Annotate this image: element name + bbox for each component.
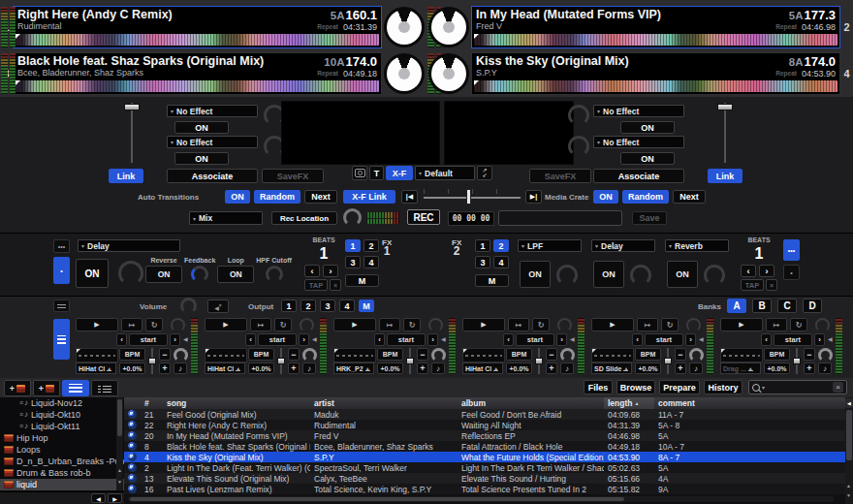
pitch-up-button[interactable]: + [675, 362, 686, 374]
sample-pitch-knob[interactable] [431, 348, 446, 362]
keylock-button[interactable]: ♪ [818, 362, 832, 374]
crate-row[interactable]: ♪ Loops [0, 444, 124, 456]
cue-prev-button[interactable]: ‹ [761, 333, 772, 346]
repeat-label[interactable]: Repeat [317, 23, 338, 30]
track-row[interactable]: 21 Feel Good (Original Mix) Maduk Feel G… [124, 409, 845, 420]
sample-waveform[interactable] [76, 348, 118, 362]
cue-prev-button[interactable]: ‹ [632, 333, 643, 346]
bank-d-button[interactable]: D [803, 299, 822, 313]
sample-mode-button[interactable]: ↦ [121, 318, 142, 331]
pitch-down-button[interactable]: − [159, 348, 171, 361]
caret-down-icon[interactable]: ▾ [762, 384, 765, 391]
link-button[interactable]: Link [708, 169, 742, 183]
cue-prev-button[interactable]: ‹ [374, 333, 385, 346]
cue-prev-button[interactable]: ‹ [116, 333, 127, 346]
sample-pitch-knob[interactable] [560, 348, 575, 362]
track-row[interactable]: 22 Right Here (Andy C Remix) Rudimental … [124, 420, 845, 430]
sample-waveform[interactable] [333, 348, 376, 362]
text-overlay-button[interactable]: T [369, 166, 384, 180]
crate-row[interactable]: ♪ Liquid-Okt11 [0, 421, 124, 432]
view-list-button[interactable] [62, 380, 89, 396]
scroll-up-icon[interactable]: ▲ [846, 483, 851, 488]
crossfade-right-button[interactable]: ▶| [525, 190, 542, 204]
transitions-next-button[interactable]: Next [304, 190, 337, 204]
track-row[interactable]: 2 Light In The Dark (Feat. Terri Walker)… [124, 462, 845, 473]
search-input[interactable] [767, 382, 831, 394]
cue-next-button[interactable]: › [170, 333, 180, 346]
sample-pitch-knob[interactable] [302, 348, 317, 362]
bank-c-button[interactable]: C [777, 299, 797, 313]
record-gain-knob[interactable] [343, 208, 362, 227]
browse-button[interactable]: Browse [616, 380, 655, 394]
column-num[interactable]: # [141, 397, 163, 409]
fx2-master-button[interactable]: M [475, 274, 509, 287]
fx-slot-knob[interactable] [556, 265, 578, 286]
deck-2-panel[interactable]: In My Head (Mutated Forms VIP) Fred V 5A… [471, 6, 840, 48]
deck-waveform[interactable] [474, 34, 837, 46]
sample-play-button[interactable]: ▶ [591, 318, 634, 331]
beats-decrease-button[interactable]: ‹ [304, 265, 320, 277]
jog-wheel[interactable] [428, 7, 469, 47]
deck-waveform[interactable] [16, 80, 379, 92]
deck-waveform[interactable] [16, 34, 379, 46]
deck-1-panel[interactable]: Right Here (Andy C Remix) Rudimental 5A1… [13, 6, 382, 48]
video-effect-on-button[interactable]: ON [174, 152, 229, 165]
sample-mode-button[interactable]: ↦ [508, 318, 529, 331]
eject-icon[interactable]: ▲ [236, 366, 240, 371]
sample-play-button[interactable]: ▶ [462, 318, 505, 331]
video-effect-select[interactable]: ▾No Effect [167, 136, 258, 148]
bank-a-button[interactable]: A [727, 299, 746, 313]
transition-preset-select[interactable]: ▾Default [415, 166, 475, 180]
scroll-left-button[interactable]: ◀ [91, 493, 106, 503]
savefx-button[interactable]: SaveFX [529, 169, 591, 183]
crate-hscroll[interactable]: ◀ ▶ [0, 491, 124, 504]
fx-panel-menu-button[interactable]: ••• [53, 239, 70, 253]
fx1-assign-1-button[interactable]: 1 [345, 239, 361, 252]
sample-repeat-button[interactable]: ↻ [274, 318, 292, 331]
cue-prev-button[interactable]: ‹ [503, 333, 514, 346]
collapse-columns-button[interactable]: ◀ [845, 398, 853, 408]
pitch-up-button[interactable]: + [417, 362, 428, 374]
play-from-select[interactable]: start [774, 333, 812, 346]
fx-slot-select[interactable]: ▾Reverb [665, 239, 729, 252]
view-detail-button[interactable] [91, 380, 118, 396]
column-comment[interactable]: comment [654, 397, 800, 409]
crossfade-left-button[interactable]: |◀ [401, 190, 418, 204]
scroll-down-icon[interactable]: ▼ [117, 479, 122, 485]
sample-mode-button[interactable]: ↦ [637, 318, 658, 331]
column-length[interactable]: length▲ [604, 397, 654, 409]
sample-waveform[interactable] [205, 348, 247, 362]
table-hscrollbar[interactable] [128, 496, 834, 502]
cue-next-button[interactable]: › [814, 333, 825, 346]
media-crate-on-button[interactable]: ON [593, 190, 618, 204]
video-effect-select[interactable]: ▾No Effect [593, 136, 684, 148]
transitions-random-button[interactable]: Random [254, 190, 300, 204]
track-row[interactable]: 4 Kiss the Sky (Original Mix) S.P.Y What… [124, 452, 845, 462]
pitch-down-button[interactable]: − [804, 348, 815, 361]
library-search[interactable]: ▾ × [748, 380, 847, 394]
history-button[interactable]: History [704, 380, 742, 394]
beats-increase-button[interactable]: › [323, 265, 338, 277]
cue-next-button[interactable]: › [427, 333, 438, 346]
fx-panel-tab[interactable]: • [783, 265, 800, 280]
fx1-assign-4-button[interactable]: 4 [363, 256, 379, 268]
fullscreen-button[interactable]: ↗↙ [477, 166, 492, 180]
jog-wheel[interactable] [428, 53, 469, 94]
sample-repeat-button[interactable]: ↻ [661, 318, 679, 331]
prepare-button[interactable]: Prepare [659, 380, 700, 394]
crate-row[interactable]: ♪ Liquid-Nov12 [0, 397, 124, 409]
sample-gain-knob[interactable] [428, 318, 443, 332]
fx-param-knob[interactable] [266, 266, 283, 283]
fx1-assign-3-button[interactable]: 3 [345, 256, 361, 268]
pitch-down-button[interactable]: − [546, 348, 557, 361]
fx-slot-on-button[interactable]: ON [593, 261, 624, 288]
play-from-select[interactable]: start [258, 333, 297, 346]
scroll-right-button[interactable]: ▶ [108, 493, 122, 503]
sample-pitch-knob[interactable] [174, 348, 188, 362]
sampler-mute-button[interactable]: ◀× [207, 299, 229, 313]
sample-name[interactable]: HRK_P2▲ [333, 362, 374, 374]
sample-waveform[interactable] [591, 348, 634, 362]
video-fader-right[interactable] [717, 103, 733, 163]
track-row[interactable]: 20 In My Head (Mutated Forms VIP) Fred V… [124, 430, 845, 441]
play-from-select[interactable]: start [387, 333, 426, 346]
